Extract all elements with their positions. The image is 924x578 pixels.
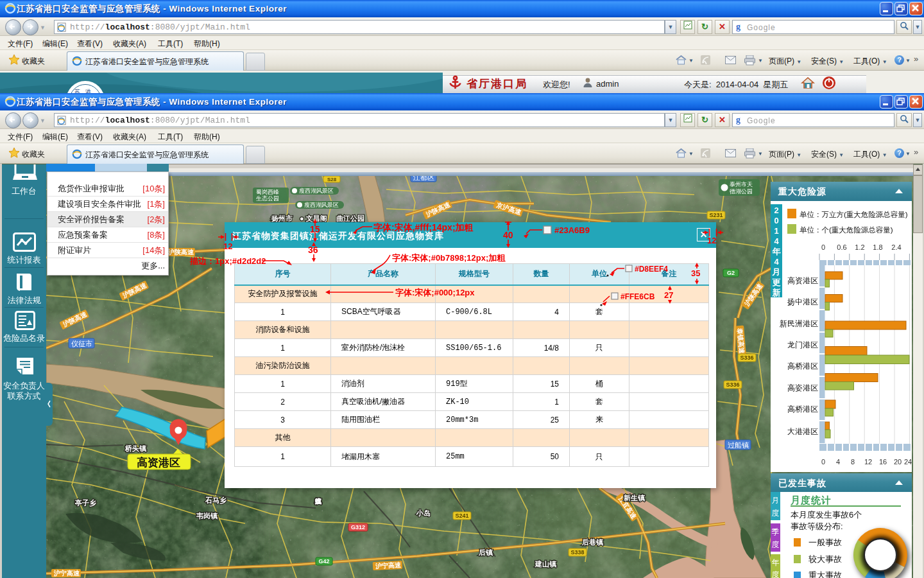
- svg-text:#23A6B9: #23A6B9: [554, 225, 590, 235]
- svg-text:#D8EEF4: #D8EEF4: [635, 265, 668, 274]
- svg-text:字体:宋体,#fff;14px;加粗: 字体:宋体,#fff;14px;加粗: [373, 222, 474, 232]
- svg-text:12: 12: [707, 236, 716, 245]
- svg-text:字体:宋体;#000;12px: 字体:宋体;#000;12px: [395, 288, 475, 297]
- svg-text:描边：1px;#d2d2d2: 描边：1px;#d2d2d2: [189, 256, 266, 266]
- svg-text:36: 36: [308, 245, 318, 255]
- svg-text:字体:宋体;#0b7898;12px;加粗: 字体:宋体;#0b7898;12px;加粗: [392, 253, 506, 263]
- svg-text:15: 15: [310, 224, 320, 234]
- svg-text:40: 40: [503, 230, 513, 240]
- svg-text:35: 35: [691, 268, 700, 278]
- svg-text:27: 27: [664, 290, 673, 300]
- svg-text:#FFE6CB: #FFE6CB: [620, 292, 655, 301]
- svg-text:12: 12: [223, 241, 232, 251]
